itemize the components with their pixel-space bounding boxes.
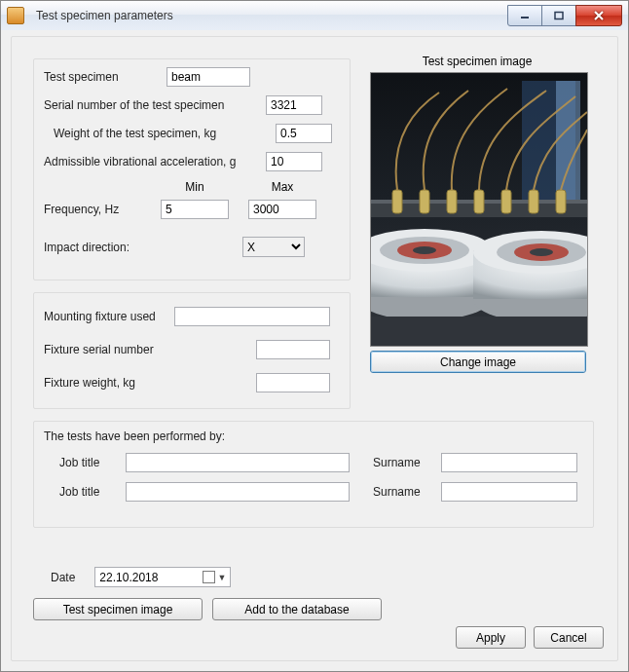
svg-rect-9 — [474, 190, 484, 213]
close-button[interactable] — [575, 5, 622, 26]
label-job-2: Job title — [44, 485, 126, 499]
input-freq-max[interactable] — [248, 200, 316, 219]
label-fixture-serial: Fixture serial number — [44, 343, 256, 356]
label-job-1: Job title — [44, 456, 126, 469]
label-fixture-used: Mounting fixture used — [44, 310, 174, 323]
specimen-image — [370, 72, 588, 347]
maximize-button[interactable] — [541, 5, 576, 26]
label-fixture-weight: Fixture weight, kg — [44, 376, 256, 390]
svg-point-24 — [530, 248, 553, 256]
add-to-database-button[interactable]: Add to the database — [212, 598, 382, 620]
cancel-button[interactable]: Cancel — [534, 626, 604, 649]
label-weight: Weight of the test specimen, kg — [44, 127, 276, 140]
svg-rect-11 — [529, 190, 538, 213]
label-min: Min — [161, 180, 229, 194]
svg-rect-12 — [556, 190, 566, 213]
input-fixture-weight[interactable] — [256, 373, 330, 392]
label-max: Max — [248, 180, 316, 194]
input-specimen-name[interactable] — [166, 67, 250, 87]
svg-rect-10 — [501, 190, 511, 213]
label-specimen-name: Test specimen — [44, 70, 166, 84]
image-panel: Test specimen image — [360, 47, 594, 380]
input-serial[interactable] — [266, 95, 322, 115]
svg-rect-6 — [392, 190, 402, 213]
label-surname-2: Surname — [373, 485, 441, 499]
date-picker[interactable]: 22.10.2018 ▼ — [94, 567, 231, 587]
specimen-group: Test specimen Serial number of the test … — [33, 58, 351, 280]
client-area: Test specimen Serial number of the test … — [1, 30, 628, 671]
label-impact: Impact direction: — [44, 241, 242, 254]
window: Test specimen parameters Test specimen — [0, 0, 629, 672]
performed-by-group: The tests have been performed by: Job ti… — [33, 421, 594, 528]
test-specimen-image-button[interactable]: Test specimen image — [33, 598, 203, 620]
dialog-buttons: Apply Cancel — [456, 626, 604, 649]
label-surname-1: Surname — [373, 456, 441, 469]
select-impact-direction[interactable]: X — [242, 237, 305, 257]
input-weight[interactable] — [276, 124, 332, 143]
form-card: Test specimen Serial number of the test … — [11, 36, 618, 661]
input-accel[interactable] — [266, 152, 322, 171]
chevron-down-icon: ▼ — [217, 573, 226, 582]
window-title: Test specimen parameters — [32, 9, 508, 22]
input-freq-min[interactable] — [161, 200, 229, 219]
label-frequency: Frequency, Hz — [44, 203, 149, 216]
change-image-button[interactable]: Change image — [370, 351, 586, 373]
svg-rect-7 — [420, 190, 429, 213]
input-fixture-serial[interactable] — [256, 340, 330, 359]
svg-rect-0 — [555, 13, 563, 19]
label-date: Date — [51, 571, 75, 584]
bottom-button-row: Test specimen image Add to the database — [33, 598, 382, 620]
svg-rect-8 — [447, 190, 457, 213]
fixture-group: Mounting fixture used Fixture serial num… — [33, 292, 351, 409]
minimize-button[interactable] — [507, 5, 542, 26]
date-row: Date 22.10.2018 ▼ — [51, 567, 231, 587]
performed-heading: The tests have been performed by: — [44, 429, 583, 443]
svg-rect-25 — [371, 317, 587, 346]
input-job-1[interactable] — [126, 453, 350, 472]
input-fixture-used[interactable] — [174, 307, 330, 326]
input-surname-1[interactable] — [441, 453, 577, 472]
calendar-icon — [203, 571, 215, 583]
label-accel: Admissible vibrational acceleration, g — [44, 155, 266, 168]
date-value: 22.10.2018 — [99, 571, 158, 584]
label-serial: Serial number of the test specimen — [44, 98, 266, 112]
svg-point-18 — [413, 246, 436, 254]
apply-button[interactable]: Apply — [456, 626, 526, 649]
input-job-2[interactable] — [126, 482, 350, 502]
titlebar[interactable]: Test specimen parameters — [1, 1, 628, 31]
window-controls — [508, 5, 622, 26]
app-icon — [7, 7, 24, 24]
input-surname-2[interactable] — [441, 482, 577, 502]
image-caption: Test specimen image — [370, 55, 584, 68]
